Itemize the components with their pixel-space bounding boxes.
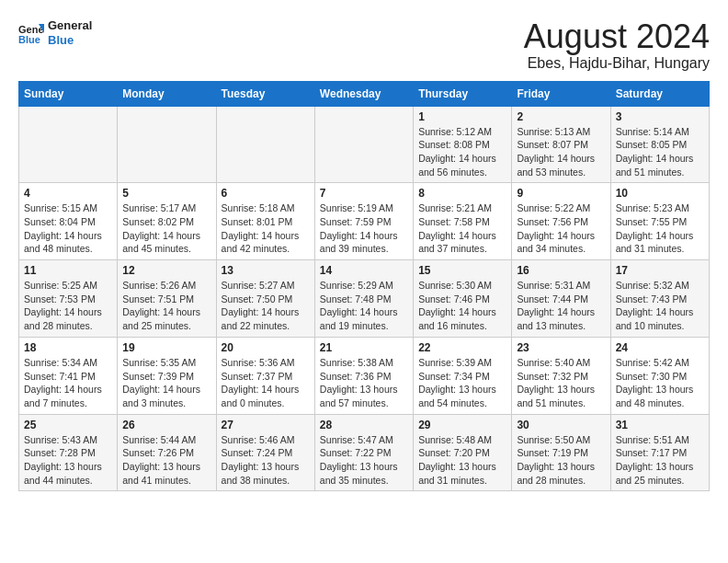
week-row-1: 1Sunrise: 5:12 AMSunset: 8:08 PMDaylight… [19, 106, 710, 183]
day-number: 20 [222, 341, 310, 354]
calendar-cell: 20Sunrise: 5:36 AMSunset: 7:37 PMDayligh… [216, 337, 314, 414]
calendar-cell: 2Sunrise: 5:13 AMSunset: 8:07 PMDaylight… [512, 106, 610, 183]
day-info: Sunrise: 5:14 AMSunset: 8:05 PMDaylight:… [616, 125, 704, 179]
day-info: Sunrise: 5:32 AMSunset: 7:43 PMDaylight:… [616, 279, 704, 333]
week-row-3: 11Sunrise: 5:25 AMSunset: 7:53 PMDayligh… [19, 260, 710, 338]
logo-blue: Blue [48, 33, 74, 47]
calendar-cell: 5Sunrise: 5:17 AMSunset: 8:02 PMDaylight… [118, 183, 216, 260]
day-number: 22 [418, 341, 506, 354]
day-info: Sunrise: 5:47 AMSunset: 7:22 PMDaylight:… [320, 433, 408, 488]
weekday-tuesday: Tuesday [216, 81, 314, 106]
day-number: 12 [122, 264, 210, 277]
day-number: 2 [517, 110, 605, 123]
calendar-cell: 31Sunrise: 5:51 AMSunset: 7:17 PMDayligh… [610, 414, 709, 491]
weekday-wednesday: Wednesday [314, 81, 413, 106]
calendar-cell: 22Sunrise: 5:39 AMSunset: 7:34 PMDayligh… [414, 337, 512, 414]
week-row-5: 25Sunrise: 5:43 AMSunset: 7:28 PMDayligh… [19, 414, 710, 491]
calendar-cell: 4Sunrise: 5:15 AMSunset: 8:04 PMDaylight… [19, 183, 118, 260]
day-info: Sunrise: 5:17 AMSunset: 8:02 PMDaylight:… [122, 201, 210, 256]
week-row-2: 4Sunrise: 5:15 AMSunset: 8:04 PMDaylight… [19, 183, 710, 260]
calendar-cell: 13Sunrise: 5:27 AMSunset: 7:50 PMDayligh… [216, 260, 314, 338]
day-number: 16 [517, 264, 605, 277]
day-number: 18 [24, 341, 112, 354]
day-number: 3 [616, 110, 704, 123]
day-info: Sunrise: 5:43 AMSunset: 7:28 PMDaylight:… [24, 433, 112, 488]
calendar-cell: 19Sunrise: 5:35 AMSunset: 7:39 PMDayligh… [118, 337, 216, 414]
calendar-cell [216, 106, 314, 183]
day-info: Sunrise: 5:21 AMSunset: 7:58 PMDaylight:… [418, 201, 506, 256]
page: General Blue General Blue August 2024 Eb… [0, 0, 728, 500]
calendar-cell: 11Sunrise: 5:25 AMSunset: 7:53 PMDayligh… [19, 260, 118, 338]
day-info: Sunrise: 5:26 AMSunset: 7:51 PMDaylight:… [122, 279, 210, 333]
day-info: Sunrise: 5:42 AMSunset: 7:30 PMDaylight:… [616, 356, 704, 410]
day-number: 29 [418, 419, 506, 431]
day-info: Sunrise: 5:30 AMSunset: 7:46 PMDaylight:… [418, 279, 506, 333]
day-number: 28 [320, 419, 408, 431]
logo-icon: General Blue [18, 20, 44, 46]
calendar-cell: 10Sunrise: 5:23 AMSunset: 7:55 PMDayligh… [610, 183, 709, 260]
calendar-cell: 23Sunrise: 5:40 AMSunset: 7:32 PMDayligh… [512, 337, 610, 414]
location: Ebes, Hajdu-Bihar, Hungary [524, 55, 710, 72]
day-number: 30 [517, 419, 605, 431]
day-info: Sunrise: 5:13 AMSunset: 8:07 PMDaylight:… [517, 125, 605, 179]
day-info: Sunrise: 5:48 AMSunset: 7:20 PMDaylight:… [418, 433, 506, 488]
calendar-cell [19, 106, 118, 183]
day-number: 8 [418, 187, 506, 200]
day-info: Sunrise: 5:39 AMSunset: 7:34 PMDaylight:… [418, 356, 506, 410]
weekday-friday: Friday [512, 81, 610, 106]
calendar-cell: 27Sunrise: 5:46 AMSunset: 7:24 PMDayligh… [216, 414, 314, 491]
day-info: Sunrise: 5:38 AMSunset: 7:36 PMDaylight:… [320, 356, 408, 410]
month-title: August 2024 [524, 18, 710, 55]
day-info: Sunrise: 5:22 AMSunset: 7:56 PMDaylight:… [517, 201, 605, 256]
day-number: 6 [222, 187, 310, 200]
day-info: Sunrise: 5:40 AMSunset: 7:32 PMDaylight:… [517, 356, 605, 410]
day-info: Sunrise: 5:35 AMSunset: 7:39 PMDaylight:… [122, 356, 210, 410]
day-number: 15 [418, 264, 506, 277]
calendar-cell: 28Sunrise: 5:47 AMSunset: 7:22 PMDayligh… [314, 414, 413, 491]
week-row-4: 18Sunrise: 5:34 AMSunset: 7:41 PMDayligh… [19, 337, 710, 414]
day-info: Sunrise: 5:19 AMSunset: 7:59 PMDaylight:… [320, 201, 408, 256]
day-number: 19 [122, 341, 210, 354]
weekday-header-row: SundayMondayTuesdayWednesdayThursdayFrid… [19, 81, 710, 106]
day-number: 9 [517, 187, 605, 200]
calendar-cell: 26Sunrise: 5:44 AMSunset: 7:26 PMDayligh… [118, 414, 216, 491]
calendar-cell: 25Sunrise: 5:43 AMSunset: 7:28 PMDayligh… [19, 414, 118, 491]
day-info: Sunrise: 5:23 AMSunset: 7:55 PMDaylight:… [616, 201, 704, 256]
day-number: 14 [320, 264, 408, 277]
day-info: Sunrise: 5:12 AMSunset: 8:08 PMDaylight:… [418, 125, 506, 179]
day-number: 10 [616, 187, 704, 200]
calendar-cell: 15Sunrise: 5:30 AMSunset: 7:46 PMDayligh… [414, 260, 512, 338]
day-number: 24 [616, 341, 704, 354]
day-number: 21 [320, 341, 408, 354]
calendar-cell: 24Sunrise: 5:42 AMSunset: 7:30 PMDayligh… [610, 337, 709, 414]
day-number: 25 [24, 419, 112, 431]
calendar-cell: 17Sunrise: 5:32 AMSunset: 7:43 PMDayligh… [610, 260, 709, 338]
weekday-saturday: Saturday [610, 81, 709, 106]
day-number: 13 [222, 264, 310, 277]
calendar-cell: 29Sunrise: 5:48 AMSunset: 7:20 PMDayligh… [414, 414, 512, 491]
day-info: Sunrise: 5:25 AMSunset: 7:53 PMDaylight:… [24, 279, 112, 333]
calendar-cell: 6Sunrise: 5:18 AMSunset: 8:01 PMDaylight… [216, 183, 314, 260]
day-number: 4 [24, 187, 112, 200]
day-number: 23 [517, 341, 605, 354]
calendar-cell: 14Sunrise: 5:29 AMSunset: 7:48 PMDayligh… [314, 260, 413, 338]
calendar-cell: 30Sunrise: 5:50 AMSunset: 7:19 PMDayligh… [512, 414, 610, 491]
day-info: Sunrise: 5:50 AMSunset: 7:19 PMDaylight:… [517, 433, 605, 488]
calendar-cell: 9Sunrise: 5:22 AMSunset: 7:56 PMDaylight… [512, 183, 610, 260]
calendar-cell: 1Sunrise: 5:12 AMSunset: 8:08 PMDaylight… [414, 106, 512, 183]
day-info: Sunrise: 5:18 AMSunset: 8:01 PMDaylight:… [222, 201, 310, 256]
title-block: August 2024 Ebes, Hajdu-Bihar, Hungary [524, 18, 710, 72]
header: General Blue General Blue August 2024 Eb… [18, 18, 710, 72]
day-number: 27 [222, 419, 310, 431]
weekday-monday: Monday [118, 81, 216, 106]
day-info: Sunrise: 5:51 AMSunset: 7:17 PMDaylight:… [616, 433, 704, 488]
day-number: 7 [320, 187, 408, 200]
day-number: 31 [616, 419, 704, 431]
calendar-cell: 8Sunrise: 5:21 AMSunset: 7:58 PMDaylight… [414, 183, 512, 260]
day-info: Sunrise: 5:31 AMSunset: 7:44 PMDaylight:… [517, 279, 605, 333]
calendar-cell: 16Sunrise: 5:31 AMSunset: 7:44 PMDayligh… [512, 260, 610, 338]
weekday-sunday: Sunday [19, 81, 118, 106]
calendar-table: SundayMondayTuesdayWednesdayThursdayFrid… [18, 81, 710, 492]
svg-text:Blue: Blue [18, 34, 40, 45]
calendar-cell: 18Sunrise: 5:34 AMSunset: 7:41 PMDayligh… [19, 337, 118, 414]
